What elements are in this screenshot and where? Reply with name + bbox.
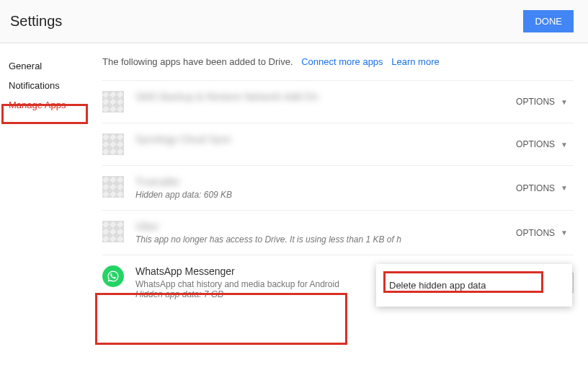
- options-dropdown: Delete hidden app data: [376, 264, 572, 307]
- options-button[interactable]: OPTIONS ▼: [510, 92, 574, 111]
- options-button[interactable]: OPTIONS ▼: [510, 179, 574, 198]
- app-subtitle: Hidden app data: 609 KB: [135, 190, 510, 200]
- options-label: OPTIONS: [516, 183, 555, 193]
- page-title: Settings: [10, 13, 62, 30]
- options-label: OPTIONS: [516, 228, 555, 238]
- chevron-down-icon: ▼: [561, 184, 568, 192]
- intro-message: The following apps have been added to Dr…: [102, 56, 293, 67]
- chevron-down-icon: ▼: [561, 98, 568, 106]
- sidebar-item-general[interactable]: General: [9, 56, 94, 76]
- app-icon: [102, 221, 124, 242]
- app-row: Truecaller Hidden app data: 609 KB OPTIO…: [102, 165, 574, 210]
- settings-header: Settings DONE: [0, 0, 588, 43]
- done-button[interactable]: DONE: [523, 10, 574, 32]
- chevron-down-icon: ▼: [561, 229, 568, 237]
- sidebar-item-manage-apps[interactable]: Manage Apps: [9, 95, 94, 115]
- options-button[interactable]: OPTIONS ▼: [510, 224, 574, 242]
- app-icon: [102, 133, 124, 155]
- app-title: Truecaller: [135, 176, 510, 188]
- intro-text: The following apps have been added to Dr…: [102, 56, 574, 67]
- app-icon: [102, 176, 124, 198]
- app-row: Viber This app no longer has access to D…: [102, 210, 574, 255]
- app-title: Viber: [135, 221, 510, 232]
- app-title: SMS Backup & Restore Network Add-On: [135, 91, 510, 102]
- chevron-down-icon: ▼: [561, 141, 568, 149]
- app-subtitle: This app no longer has access to Drive. …: [135, 234, 510, 245]
- whatsapp-icon: [102, 265, 124, 287]
- app-title: Synology Cloud Sync: [135, 133, 510, 145]
- delete-hidden-app-data-item[interactable]: Delete hidden app data: [376, 274, 572, 296]
- options-button[interactable]: OPTIONS ▼: [510, 135, 574, 154]
- options-label: OPTIONS: [516, 97, 555, 107]
- app-row: Synology Cloud Sync OPTIONS ▼: [102, 123, 574, 165]
- learn-more-link[interactable]: Learn more: [391, 56, 439, 67]
- sidebar-item-notifications[interactable]: Notifications: [9, 76, 94, 95]
- app-row: SMS Backup & Restore Network Add-On OPTI…: [102, 80, 574, 123]
- app-icon: [102, 91, 124, 113]
- options-label: OPTIONS: [516, 139, 555, 149]
- settings-sidebar: General Notifications Manage Apps: [0, 43, 94, 309]
- connect-more-apps-link[interactable]: Connect more apps: [301, 56, 383, 67]
